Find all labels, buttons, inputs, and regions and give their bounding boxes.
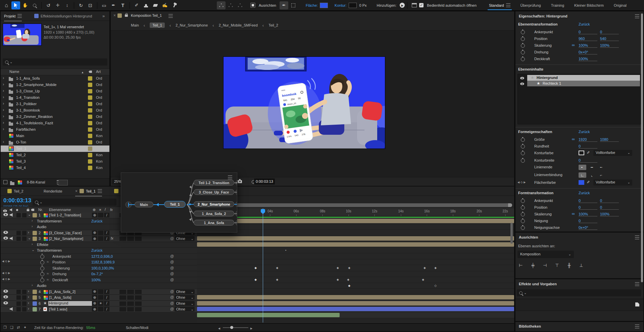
label-column-icon[interactable] (31, 209, 34, 211)
workspace-kleiner-bildschirm[interactable]: Kleiner Bildschirm (574, 0, 604, 10)
collapse-switch-cell[interactable] (98, 301, 103, 306)
mode-cell[interactable] (119, 295, 126, 300)
flowchart-node-1-ana-sofa[interactable]: 1_Ana_Sofa (194, 220, 234, 225)
project-item-3-1_boomlook[interactable]: 3-1_BoomlookOrd (1, 107, 109, 114)
shy-switch-cell[interactable] (92, 236, 97, 241)
quality-switch-cell[interactable] (104, 213, 109, 217)
parent-dropdown[interactable]: Ohne (175, 236, 195, 241)
pickwhip-icon[interactable] (170, 260, 174, 264)
label-color-chip[interactable] (33, 231, 37, 235)
stopwatch-icon[interactable] (521, 206, 525, 210)
project-item-teil_2[interactable]: Teil_2Kon (1, 152, 109, 158)
breadcrumb-teil-2[interactable]: Teil_2 (268, 23, 278, 27)
expander-icon[interactable] (3, 101, 4, 106)
stopwatch-icon[interactable] (521, 138, 525, 142)
parent-dropdown[interactable]: Ohne (175, 301, 195, 306)
layer-duration-bar[interactable] (197, 295, 514, 299)
solo-cell[interactable] (16, 301, 21, 306)
rotation-tool[interactable] (77, 1, 85, 9)
flowchart-node-teil-1-2-transition[interactable]: Teil 1-2_Transition (194, 180, 234, 185)
quality-switch-cell[interactable] (104, 236, 109, 241)
stopwatch-icon[interactable] (521, 199, 525, 203)
mode-cell[interactable] (135, 307, 142, 312)
bit-depth-button[interactable]: 8-Bit-Kanal (27, 180, 45, 184)
reset-link[interactable]: Zurück (91, 248, 103, 252)
close-tab-icon[interactable] (75, 189, 78, 193)
visibility-icon[interactable] (520, 77, 524, 80)
keyframe-toggle-icon[interactable] (5, 278, 7, 281)
home-button[interactable] (2, 1, 11, 9)
stopwatch-icon[interactable] (40, 260, 44, 264)
expander-icon[interactable] (3, 120, 4, 125)
expander-icon[interactable] (3, 82, 4, 86)
collapse-switch-cell[interactable] (98, 236, 103, 241)
mode-cell[interactable] (135, 295, 142, 300)
project-item-1-2_smartphone_mobile[interactable]: 1-2_Smartphone_MobileOrd (1, 82, 109, 88)
link-icon[interactable] (572, 212, 575, 216)
snapshot-icon[interactable] (238, 180, 242, 183)
stopwatch-icon[interactable] (521, 212, 525, 216)
project-item-main[interactable]: MainKon (1, 133, 109, 139)
keyframe-icon[interactable] (337, 266, 339, 269)
fill-type-dropdown[interactable]: Volltonfarbe (593, 179, 632, 185)
graph-row[interactable] (197, 218, 514, 224)
stopwatch-icon[interactable] (521, 226, 525, 230)
roto-brush-tool[interactable] (160, 1, 169, 9)
node-tool-secondary[interactable] (226, 1, 235, 9)
stroke-width-value[interactable]: 0 Px (359, 3, 367, 7)
graph-row[interactable] (197, 224, 514, 230)
align-menu-icon[interactable] (635, 236, 639, 239)
properties-menu-icon[interactable] (635, 14, 639, 18)
label-color-chip[interactable] (33, 295, 37, 300)
property-value[interactable]: 1272,0,936,0 (91, 254, 113, 258)
pickwhip-icon[interactable] (170, 278, 174, 282)
project-item-farbflächen[interactable]: FarbflächenOrd (1, 126, 109, 133)
layer-name[interactable]: [Teil 1.wav] (49, 307, 67, 311)
workspace-training[interactable]: Training (551, 0, 564, 10)
shy-switch-cell[interactable] (92, 307, 97, 312)
shy-switch-cell[interactable] (92, 295, 97, 300)
expander-icon[interactable] (3, 95, 4, 99)
layer-duration-bar[interactable] (197, 219, 514, 223)
reset-link[interactable]: Zurück (91, 219, 103, 223)
stopwatch-icon[interactable] (521, 159, 525, 163)
solo-cell[interactable] (16, 237, 21, 241)
eyedropper-icon[interactable] (587, 180, 590, 184)
navigator-handle-right[interactable] (508, 203, 512, 207)
lock-cell[interactable] (22, 295, 27, 300)
property-name[interactable]: Drehung (52, 272, 66, 276)
property-row-skalierung[interactable]: Skalierung100,0,100,0% (1, 265, 197, 272)
keyframe-toggle-icon[interactable] (521, 181, 523, 184)
node-tool-primary[interactable] (217, 1, 226, 9)
flowchart-node-3-close-up-face[interactable]: 3_Close_Up_Face (194, 189, 234, 195)
mode-cell[interactable] (119, 307, 126, 312)
label-color-chip[interactable] (88, 76, 92, 81)
keyframe-icon[interactable] (422, 278, 424, 281)
property-row-ankerpunkt[interactable]: Ankerpunkt1272,0,936,0 (1, 254, 197, 260)
parent-dropdown[interactable]: Ohne (175, 307, 195, 312)
pickwhip-icon[interactable] (170, 266, 174, 270)
stopwatch-icon[interactable] (521, 50, 525, 54)
new-folder-icon[interactable] (10, 182, 14, 185)
property-name[interactable]: Deckkraft (52, 278, 68, 282)
mode-cell[interactable] (119, 237, 126, 241)
expander-icon[interactable]: ⌄ (28, 212, 31, 217)
project-item-2-1_politiker[interactable]: 2-1_PolitikerOrd (1, 101, 109, 107)
stopwatch-icon[interactable] (521, 219, 525, 223)
project-item-teil_1[interactable]: Teil_1Kon (1, 146, 109, 152)
shy-switch-cell[interactable] (92, 301, 97, 306)
graph-row[interactable] (197, 253, 514, 259)
effect-marker[interactable] (285, 249, 286, 252)
eyedropper-icon[interactable] (587, 151, 590, 155)
parent-pickwhip-icon[interactable] (170, 307, 174, 311)
group-row-transformieren[interactable]: ⌄TransformierenZurück (1, 248, 197, 254)
parent-pickwhip-icon[interactable] (170, 295, 174, 299)
puppet-pin-tool[interactable] (170, 1, 179, 9)
expander-icon[interactable]: › (32, 218, 33, 222)
speaker-icon[interactable] (10, 307, 13, 311)
breadcrumb-main[interactable]: Main (131, 23, 139, 27)
property-value[interactable]: 1182,8,1089,9 (91, 260, 115, 264)
label-color-chip[interactable] (88, 108, 92, 113)
time-ruler[interactable]: 04s06s08s10s12s14s16s18s20s22s (197, 208, 514, 216)
expander-icon[interactable]: ⌄ (28, 236, 31, 240)
